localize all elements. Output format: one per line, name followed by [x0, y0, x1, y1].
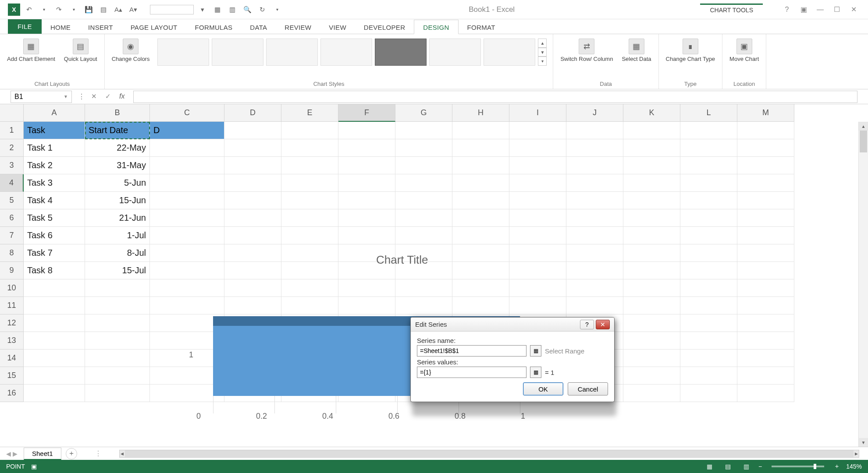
- open-icon[interactable]: ▤: [97, 4, 110, 15]
- cell[interactable]: [224, 139, 281, 157]
- cell[interactable]: 22-May: [85, 139, 150, 157]
- move-chart-button[interactable]: ▣ Move Chart: [727, 37, 761, 64]
- cell[interactable]: [338, 227, 395, 244]
- column-header[interactable]: I: [509, 104, 566, 122]
- cell[interactable]: [509, 227, 566, 244]
- cell[interactable]: [85, 332, 150, 349]
- cell[interactable]: [509, 139, 566, 157]
- cell[interactable]: [395, 227, 452, 244]
- cell[interactable]: [737, 367, 794, 385]
- cell[interactable]: [85, 385, 150, 402]
- cell[interactable]: [338, 122, 395, 139]
- cell[interactable]: [623, 297, 680, 314]
- cell[interactable]: [395, 192, 452, 209]
- chart-style-option[interactable]: [266, 39, 318, 66]
- ribbon-display-icon[interactable]: ▣: [797, 4, 810, 15]
- cell[interactable]: [224, 227, 281, 244]
- column-header[interactable]: B: [85, 104, 150, 122]
- cell[interactable]: [150, 227, 224, 244]
- cell[interactable]: [737, 385, 794, 402]
- ribbon-tab-format[interactable]: FORMAT: [459, 20, 504, 34]
- column-header[interactable]: F: [338, 104, 395, 122]
- zoom-in-icon[interactable]: ＋: [834, 462, 840, 470]
- cell[interactable]: [623, 244, 680, 262]
- cell[interactable]: 15-Jun: [85, 192, 150, 209]
- add-chart-element-button[interactable]: ▦ Add Chart Element: [4, 37, 58, 64]
- cell[interactable]: [680, 122, 737, 139]
- cell[interactable]: [737, 157, 794, 174]
- minimize-icon[interactable]: —: [814, 4, 827, 15]
- cell[interactable]: [452, 139, 509, 157]
- qat-icon[interactable]: ▦: [211, 4, 224, 15]
- column-header[interactable]: K: [623, 104, 680, 122]
- row-header[interactable]: 11: [0, 297, 24, 314]
- cell[interactable]: [737, 279, 794, 297]
- formula-input[interactable]: [133, 91, 857, 103]
- qat-dropdown-icon[interactable]: ▾: [38, 4, 50, 15]
- chart-style-option[interactable]: [212, 39, 263, 66]
- redo-icon[interactable]: ↷: [53, 4, 65, 15]
- cell[interactable]: [623, 385, 680, 402]
- row-header[interactable]: 6: [0, 209, 24, 227]
- scroll-down-icon[interactable]: ▼: [859, 438, 868, 447]
- row-header[interactable]: 1: [0, 122, 24, 139]
- grow-font-icon[interactable]: A▴: [112, 4, 125, 15]
- cell[interactable]: [623, 174, 680, 192]
- fx-icon[interactable]: fx: [117, 92, 127, 101]
- cell[interactable]: [24, 279, 85, 297]
- cell[interactable]: [452, 174, 509, 192]
- cell[interactable]: [395, 174, 452, 192]
- cell[interactable]: [623, 332, 680, 349]
- cell[interactable]: [509, 192, 566, 209]
- cell[interactable]: [224, 122, 281, 139]
- range-picker-icon[interactable]: ▦: [530, 345, 541, 357]
- ribbon-tab-page-layout[interactable]: PAGE LAYOUT: [122, 20, 186, 34]
- cell[interactable]: [281, 174, 338, 192]
- macro-record-icon[interactable]: ▣: [31, 463, 37, 470]
- row-header[interactable]: 3: [0, 157, 24, 174]
- cell[interactable]: [24, 314, 85, 332]
- cancel-formula-icon[interactable]: ✕: [89, 92, 99, 101]
- cell[interactable]: [395, 122, 452, 139]
- change-chart-type-button[interactable]: ∎ Change Chart Type: [663, 37, 718, 64]
- series-values-input[interactable]: [417, 367, 526, 378]
- cell[interactable]: [452, 157, 509, 174]
- cell[interactable]: [680, 139, 737, 157]
- ribbon-tab-home[interactable]: HOME: [42, 20, 79, 34]
- chart-style-option[interactable]: [484, 39, 535, 66]
- enter-formula-icon[interactable]: ✓: [103, 92, 113, 101]
- cell[interactable]: [281, 192, 338, 209]
- cell[interactable]: [224, 192, 281, 209]
- row-header[interactable]: 9: [0, 262, 24, 279]
- cell[interactable]: [452, 192, 509, 209]
- name-box[interactable]: B1 ▼: [11, 91, 72, 103]
- normal-view-icon[interactable]: ▦: [703, 462, 715, 471]
- cell[interactable]: [680, 349, 737, 367]
- cell[interactable]: [150, 174, 224, 192]
- ribbon-tab-data[interactable]: DATA: [241, 20, 276, 34]
- cancel-button[interactable]: Cancel: [568, 382, 608, 395]
- cell[interactable]: [224, 157, 281, 174]
- row-header[interactable]: 4: [0, 174, 24, 192]
- range-picker-icon[interactable]: ▦: [530, 367, 541, 378]
- cell[interactable]: 31-May: [85, 157, 150, 174]
- cell[interactable]: 15-Jul: [85, 262, 150, 279]
- maximize-icon[interactable]: ☐: [830, 4, 843, 15]
- select-all-corner[interactable]: [0, 104, 24, 122]
- cell[interactable]: [623, 227, 680, 244]
- cell[interactable]: [680, 209, 737, 227]
- scroll-thumb[interactable]: [125, 450, 854, 457]
- cell[interactable]: [281, 227, 338, 244]
- cell[interactable]: Task 3: [24, 174, 85, 192]
- cell[interactable]: [338, 209, 395, 227]
- scroll-right-icon[interactable]: ▶: [854, 450, 859, 457]
- cell[interactable]: Task 4: [24, 192, 85, 209]
- qat-icon[interactable]: ▥: [226, 4, 238, 15]
- add-sheet-button[interactable]: ＋: [66, 448, 77, 459]
- row-header[interactable]: 15: [0, 367, 24, 385]
- cell[interactable]: [680, 314, 737, 332]
- cell[interactable]: Task: [24, 122, 85, 139]
- cell[interactable]: [566, 227, 623, 244]
- cell[interactable]: [680, 385, 737, 402]
- cell[interactable]: [452, 227, 509, 244]
